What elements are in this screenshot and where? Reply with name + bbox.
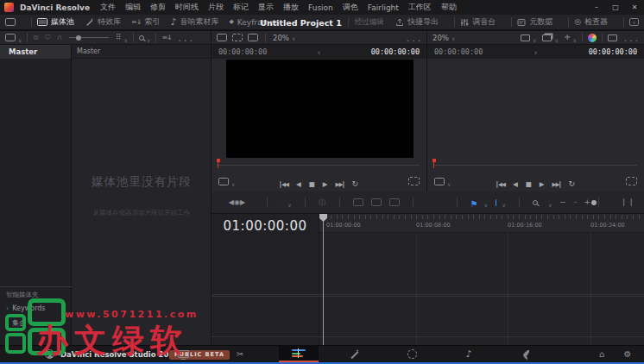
timeline-view-options-icon[interactable] — [621, 198, 635, 206]
media-pool-toggle[interactable]: 媒体池 — [37, 16, 74, 28]
source-zoom-select[interactable]: 20% — [273, 34, 295, 42]
clip-overlay-icon[interactable]: ◀◉▶ — [229, 199, 245, 206]
trim-view-icon[interactable] — [232, 34, 243, 41]
menu-workspace[interactable]: 工作区 — [408, 2, 432, 13]
go-to-start-button[interactable] — [280, 173, 288, 190]
inspector-button[interactable]: ◎ 检查器 — [574, 16, 608, 28]
smart-bin-collections[interactable]: 集合 — [6, 318, 72, 328]
menu-clip[interactable]: 片段 — [208, 2, 224, 13]
flag-icon[interactable] — [470, 194, 478, 210]
replace-clip-icon[interactable] — [389, 198, 400, 206]
menu-help[interactable]: 帮助 — [441, 2, 457, 13]
menu-trim[interactable]: 修剪 — [150, 2, 166, 13]
more-options-icon[interactable] — [407, 29, 421, 46]
page-cut[interactable] — [223, 346, 257, 362]
menu-playback[interactable]: 播放 — [283, 2, 299, 13]
sort-icon[interactable] — [161, 34, 171, 41]
bin-item-master[interactable]: Master — [0, 45, 71, 59]
chevron-down-icon[interactable] — [16, 29, 22, 46]
chevron-down-icon[interactable] — [552, 29, 558, 46]
timeline-viewer-scrubber[interactable] — [434, 165, 637, 166]
timeline-zoom-select[interactable]: 20% — [432, 34, 455, 42]
transform-icon[interactable]: ✛ — [565, 35, 571, 41]
maximize-button[interactable] — [606, 0, 625, 15]
timeline-playhead-timecode[interactable]: 01:00:00:00 — [212, 214, 319, 237]
chevron-down-icon[interactable] — [285, 194, 291, 210]
chevron-down-icon[interactable] — [571, 29, 577, 46]
settings-button[interactable] — [613, 346, 642, 362]
split-view-icon[interactable] — [248, 34, 258, 41]
chevron-down-icon[interactable] — [530, 29, 536, 46]
match-frame-icon[interactable] — [408, 177, 420, 185]
insert-clip-icon[interactable] — [353, 198, 363, 206]
chevron-down-icon[interactable] — [229, 173, 235, 190]
timeline-zoom-slider[interactable] — [574, 202, 577, 203]
linked-bins-icon[interactable]: ⧉ — [33, 35, 38, 41]
zoom-preset-icon[interactable] — [533, 200, 538, 205]
cinema-viewer-icon[interactable] — [521, 35, 530, 41]
trim-edit-mode-icon[interactable]: ⟨|⟩ — [319, 199, 326, 206]
link-clips-icon[interactable] — [434, 198, 435, 207]
audition-icon[interactable]: ∩ — [57, 35, 62, 41]
home-button[interactable] — [587, 346, 616, 362]
microphone-icon[interactable] — [253, 198, 254, 207]
mixer-button[interactable]: 调音台 — [460, 16, 496, 28]
lock-icon[interactable] — [443, 198, 444, 207]
sound-library-toggle[interactable]: 音响素材库 — [170, 16, 218, 28]
zoom-out-icon[interactable] — [559, 198, 566, 206]
thumbnail-size-slider[interactable] — [69, 37, 109, 38]
more-options-icon[interactable] — [179, 29, 193, 46]
chevron-down-icon[interactable]: ∨ — [534, 49, 538, 55]
smart-bin-keywords[interactable]: Keywords — [6, 304, 72, 312]
play-button[interactable] — [323, 173, 328, 190]
index-toggle[interactable]: 索引 — [131, 16, 160, 28]
chevron-down-icon[interactable] — [482, 194, 488, 210]
play-reverse-button[interactable] — [296, 173, 301, 190]
menu-view[interactable]: 显示 — [258, 2, 274, 13]
chevron-down-icon[interactable] — [499, 194, 505, 210]
page-deliver[interactable] — [509, 346, 544, 362]
menu-edit[interactable]: 编辑 — [125, 2, 141, 13]
loop-button[interactable] — [569, 173, 576, 190]
viewer-mode-icon[interactable] — [218, 178, 229, 185]
play-reverse-button[interactable] — [513, 173, 518, 190]
project-title[interactable]: Untitled Project 1 — [260, 18, 342, 28]
effects-library-toggle[interactable]: 特效库 — [85, 16, 121, 28]
loop-button[interactable] — [352, 173, 359, 190]
menu-file[interactable]: 文件 — [100, 2, 116, 13]
timeline-ruler[interactable]: 01:00:00:00 01:00:08:00 01:00:16:00 01:0… — [319, 214, 644, 233]
menu-mark[interactable]: 标记 — [233, 2, 249, 13]
audio-monitor-icon[interactable] — [612, 198, 613, 207]
page-fairlight[interactable] — [451, 346, 486, 362]
minimize-button[interactable] — [587, 0, 606, 15]
source-scrubber[interactable] — [218, 165, 420, 166]
overwrite-clip-icon[interactable] — [371, 198, 382, 206]
bin-list-toggle-icon[interactable] — [5, 34, 16, 41]
breadcrumb[interactable]: Master — [72, 45, 211, 59]
timeline-select-icon[interactable] — [220, 198, 221, 207]
chevron-down-icon[interactable] — [122, 29, 128, 46]
menu-timeline[interactable]: 时间线 — [175, 2, 199, 13]
more-options-icon[interactable] — [624, 29, 639, 46]
go-to-end-button[interactable] — [552, 173, 561, 190]
chevron-down-icon[interactable] — [546, 194, 552, 210]
go-to-end-button[interactable] — [336, 173, 344, 190]
menu-color[interactable]: 调色 — [343, 2, 358, 13]
viewer-mode-icon[interactable] — [434, 178, 445, 185]
dual-screen-icon[interactable] — [5, 18, 16, 26]
thumbnail-view-icon[interactable] — [116, 34, 122, 41]
match-frame-icon[interactable] — [626, 177, 637, 185]
chevron-down-icon[interactable]: ∨ — [318, 49, 321, 55]
zoom-in-icon[interactable] — [584, 198, 591, 206]
search-icon[interactable] — [139, 35, 144, 41]
page-edit[interactable] — [279, 346, 319, 362]
page-color[interactable] — [395, 346, 429, 362]
selection-mode-icon[interactable] — [281, 198, 281, 207]
razor-tool-icon[interactable] — [426, 198, 427, 207]
multicam-view-icon[interactable] — [542, 35, 552, 41]
collapse-panel-icon[interactable]: ∨ — [629, 18, 639, 26]
color-wheel-icon[interactable] — [588, 34, 597, 42]
user-avatar[interactable] — [45, 349, 54, 359]
usage-comment-icon[interactable]: 🗩 — [44, 35, 51, 41]
safe-area-icon[interactable] — [608, 35, 617, 41]
